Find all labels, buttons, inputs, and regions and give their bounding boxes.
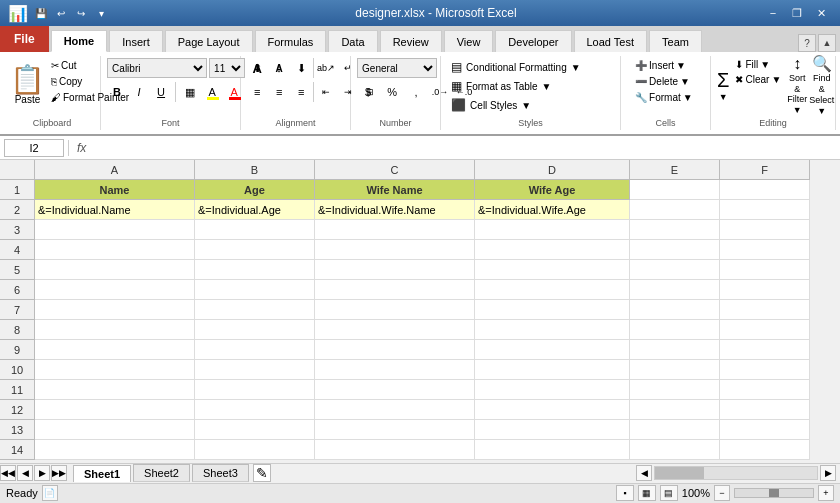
minimize-btn[interactable]: − (762, 4, 784, 22)
cell-b9[interactable] (195, 340, 315, 360)
cell-a9[interactable] (35, 340, 195, 360)
cell-b4[interactable] (195, 240, 315, 260)
new-sheet-btn[interactable]: ✎ (253, 464, 271, 482)
tab-team[interactable]: Team (649, 30, 702, 52)
cell-c9[interactable] (315, 340, 475, 360)
cell-d12[interactable] (475, 400, 630, 420)
cell-a8[interactable] (35, 320, 195, 340)
cell-f7[interactable] (720, 300, 810, 320)
cell-b1[interactable]: Age (195, 180, 315, 200)
tab-page-layout[interactable]: Page Layout (165, 30, 253, 52)
cell-a3[interactable] (35, 220, 195, 240)
font-family-select[interactable]: Calibri (107, 58, 207, 78)
indent-decrease-btn[interactable]: ⇤ (316, 82, 336, 102)
cell-b14[interactable] (195, 440, 315, 460)
restore-btn[interactable]: ❐ (786, 4, 808, 22)
cell-f10[interactable] (720, 360, 810, 380)
cell-e7[interactable] (630, 300, 720, 320)
zoom-in-btn[interactable]: + (818, 485, 834, 501)
tab-formulas[interactable]: Formulas (255, 30, 327, 52)
conditional-formatting-button[interactable]: ▤ Conditional Formatting ▼ (447, 58, 585, 76)
sheet-nav-first-btn[interactable]: ◀◀ (0, 465, 16, 481)
save-quick-btn[interactable]: 💾 (32, 4, 50, 22)
cell-c4[interactable] (315, 240, 475, 260)
bold-button[interactable]: B (107, 82, 127, 102)
tab-data[interactable]: Data (328, 30, 377, 52)
cell-f8[interactable] (720, 320, 810, 340)
italic-button[interactable]: I (129, 82, 149, 102)
cell-e4[interactable] (630, 240, 720, 260)
cell-e6[interactable] (630, 280, 720, 300)
col-header-e[interactable]: E (630, 160, 720, 180)
format-cells-button[interactable]: 🔧 Format ▼ (627, 90, 701, 105)
zoom-slider[interactable] (734, 488, 814, 498)
cell-f14[interactable] (720, 440, 810, 460)
auto-sum-button[interactable]: Σ ▼ (717, 58, 729, 112)
clear-button[interactable]: ✖ Clear ▼ (731, 73, 785, 86)
tab-load-test[interactable]: Load Test (574, 30, 648, 52)
col-header-c[interactable]: C (315, 160, 475, 180)
cell-reference-input[interactable] (4, 139, 64, 157)
align-left-btn[interactable]: ≡ (247, 82, 267, 102)
cell-d10[interactable] (475, 360, 630, 380)
cell-b2[interactable]: &=Individual.Age (195, 200, 315, 220)
close-btn[interactable]: ✕ (810, 4, 832, 22)
tab-review[interactable]: Review (380, 30, 442, 52)
cell-c14[interactable] (315, 440, 475, 460)
cell-d13[interactable] (475, 420, 630, 440)
tab-developer[interactable]: Developer (495, 30, 571, 52)
zoom-out-btn[interactable]: − (714, 485, 730, 501)
sheet-tab-sheet2[interactable]: Sheet2 (133, 464, 190, 482)
format-as-table-button[interactable]: ▦ Format as Table ▼ (447, 77, 555, 95)
align-right-btn[interactable]: ≡ (291, 82, 311, 102)
cell-c12[interactable] (315, 400, 475, 420)
find-select-button[interactable]: 🔍 Find &Select ▼ (809, 58, 834, 112)
col-header-f[interactable]: F (720, 160, 810, 180)
sheet-tab-sheet1[interactable]: Sheet1 (73, 465, 131, 482)
page-break-view-btn[interactable]: ▤ (660, 485, 678, 501)
cell-e5[interactable] (630, 260, 720, 280)
cell-a6[interactable] (35, 280, 195, 300)
cell-f11[interactable] (720, 380, 810, 400)
borders-button[interactable]: ▦ (180, 82, 200, 102)
cell-f4[interactable] (720, 240, 810, 260)
cell-b7[interactable] (195, 300, 315, 320)
cell-b6[interactable] (195, 280, 315, 300)
cell-f1[interactable] (720, 180, 810, 200)
cell-e3[interactable] (630, 220, 720, 240)
cell-e12[interactable] (630, 400, 720, 420)
fill-color-button[interactable]: A (202, 82, 222, 102)
cell-a7[interactable] (35, 300, 195, 320)
cell-a13[interactable] (35, 420, 195, 440)
cell-e2[interactable] (630, 200, 720, 220)
cell-styles-button[interactable]: ⬛ Cell Styles ▼ (447, 96, 535, 114)
cell-c1[interactable]: Wife Name (315, 180, 475, 200)
cell-a4[interactable] (35, 240, 195, 260)
tab-view[interactable]: View (444, 30, 494, 52)
cell-d7[interactable] (475, 300, 630, 320)
sheet-tab-sheet3[interactable]: Sheet3 (192, 464, 249, 482)
cell-e1[interactable] (630, 180, 720, 200)
cell-d11[interactable] (475, 380, 630, 400)
paste-button[interactable]: 📋 Paste (10, 58, 45, 112)
cell-e14[interactable] (630, 440, 720, 460)
fill-button[interactable]: ⬇ Fill ▼ (731, 58, 785, 71)
cell-d8[interactable] (475, 320, 630, 340)
sort-filter-button[interactable]: ↕ Sort &Filter ▼ (787, 58, 807, 112)
cell-a11[interactable] (35, 380, 195, 400)
cell-d2[interactable]: &=Individual.Wife.Age (475, 200, 630, 220)
cell-a10[interactable] (35, 360, 195, 380)
cell-e8[interactable] (630, 320, 720, 340)
align-center-btn[interactable]: ≡ (269, 82, 289, 102)
cell-d9[interactable] (475, 340, 630, 360)
col-header-a[interactable]: A (35, 160, 195, 180)
cell-f6[interactable] (720, 280, 810, 300)
cell-b13[interactable] (195, 420, 315, 440)
cell-c13[interactable] (315, 420, 475, 440)
cell-e13[interactable] (630, 420, 720, 440)
cell-e11[interactable] (630, 380, 720, 400)
normal-view-btn[interactable]: ▪ (616, 485, 634, 501)
sheet-nav-next-btn[interactable]: ▶ (34, 465, 50, 481)
align-top-btn[interactable]: ⬆ (247, 58, 267, 78)
cell-b12[interactable] (195, 400, 315, 420)
